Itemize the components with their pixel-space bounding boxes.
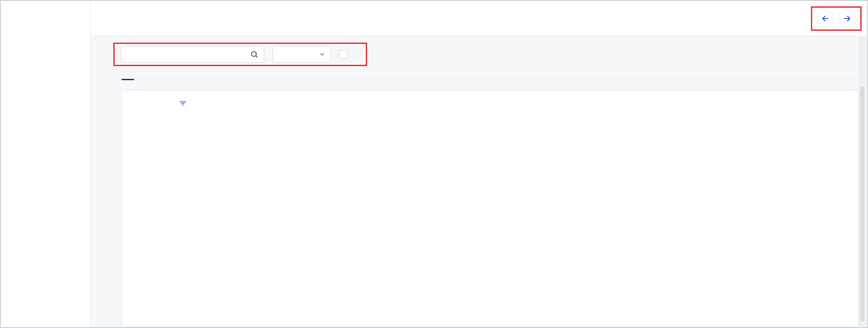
period-bar <box>131 98 849 109</box>
scrollbar-thumb[interactable] <box>860 87 864 322</box>
line-chart <box>493 120 851 303</box>
forward-button[interactable] <box>839 10 856 27</box>
chart-area <box>493 115 851 303</box>
show-credited-checkbox[interactable] <box>339 50 348 59</box>
page-header <box>91 1 867 36</box>
period-detail-card <box>121 90 859 327</box>
account-search-wrap <box>121 46 264 63</box>
account-search-input[interactable] <box>121 46 264 63</box>
tab-periodetall[interactable] <box>121 71 134 80</box>
back-button[interactable] <box>817 10 834 27</box>
filter-button[interactable] <box>179 100 190 107</box>
sidebar <box>1 1 91 327</box>
arrow-left-icon <box>821 14 830 23</box>
content-row <box>131 115 849 303</box>
year-select[interactable] <box>272 46 331 63</box>
annotation-box-filters <box>113 43 367 66</box>
filter-icon <box>179 100 187 107</box>
period-table-wrap <box>131 120 474 303</box>
tab-bar <box>121 71 859 80</box>
search-icon[interactable] <box>250 50 259 59</box>
app-root <box>0 0 868 328</box>
arrow-right-icon <box>843 14 852 23</box>
chevron-down-icon <box>319 51 325 58</box>
tab-transaksjoner[interactable] <box>144 71 156 80</box>
scrollbar-track <box>859 37 866 326</box>
show-credited-wrap <box>339 50 352 59</box>
main-area <box>91 1 867 327</box>
annotation-box-arrows <box>811 6 862 31</box>
